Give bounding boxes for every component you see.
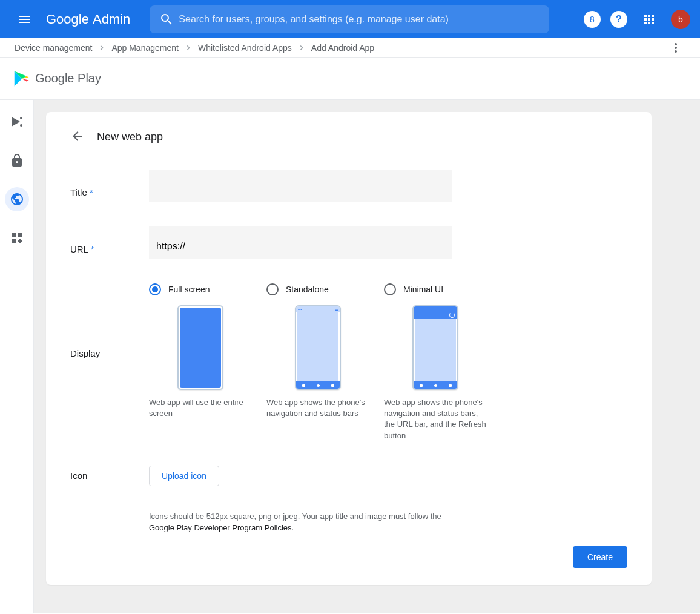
icon-help-text: Icons should be 512px square, png or jpe… [149,510,464,534]
display-option-minimal[interactable]: Minimal UI Web app shows the phone's nav… [384,283,487,441]
desc-standalone: Web app shows the phone's navigation and… [266,397,369,419]
desc-fullscreen: Web app will use the entire screen [149,397,252,419]
search-box[interactable] [150,5,549,33]
user-avatar[interactable]: b [671,10,690,29]
admin-logo[interactable]: Google Admin [46,12,130,27]
play-triangle-icon [12,69,30,88]
chevron-right-icon [183,43,193,53]
url-label: URL * [70,244,149,259]
display-option-standalone[interactable]: Standalone Web app shows the phone's nav… [266,283,369,441]
create-button[interactable]: Create [573,546,627,568]
phone-preview-minimal [412,305,458,390]
logo-admin-text: Admin [93,12,130,27]
play-store-icon [10,114,24,129]
sidebar-item-webapps[interactable] [5,187,29,211]
more-vert-icon [669,41,683,55]
sidebar-item-organize[interactable] [5,226,29,250]
sidebar-item-play[interactable] [5,110,29,134]
lock-icon [10,153,24,168]
new-webapp-card: New web app Title * URL * [46,112,652,585]
phone-preview-fullscreen [177,305,223,390]
hamburger-icon [17,12,31,27]
url-input[interactable] [149,226,452,259]
radio-minimal[interactable] [384,283,396,295]
chevron-right-icon [297,43,306,53]
breadcrumb-item-0[interactable]: Device management [15,43,92,53]
breadcrumb-item-3[interactable]: Add Android App [311,43,374,53]
help-button[interactable]: ? [610,11,627,28]
logo-google-text: Google [46,12,89,27]
more-options-button[interactable] [664,36,688,60]
page-title: New web app [97,131,163,144]
phone-preview-standalone [295,305,341,390]
help-icon: ? [616,14,622,25]
globe-icon [10,192,24,206]
badge-text: 8 [590,15,595,24]
required-indicator: * [90,187,93,197]
policies-link[interactable]: Google Play Developer Program Policies [149,523,292,532]
left-sidebar [0,100,34,613]
menu-button[interactable] [10,5,39,34]
arrow-left-icon [70,129,85,144]
radio-standalone[interactable] [266,283,279,295]
account-badge-button[interactable]: 8 [584,11,601,28]
title-label: Title * [70,187,149,202]
search-input[interactable] [179,14,544,25]
radio-fullscreen[interactable] [149,283,161,295]
svg-point-1 [20,124,22,127]
back-button[interactable] [70,129,85,145]
desc-minimal: Web app shows the phone's navigation and… [384,397,487,441]
radio-label-minimal: Minimal UI [403,285,443,294]
breadcrumb-item-1[interactable]: App Management [111,43,179,53]
upload-icon-button[interactable]: Upload icon [149,466,219,486]
display-label: Display [70,348,149,358]
widgets-icon [10,231,24,245]
breadcrumb-item-2[interactable]: Whitelisted Android Apps [198,43,292,53]
radio-label-standalone: Standalone [286,285,329,294]
required-indicator: * [91,244,94,254]
apps-grid-icon [642,12,656,27]
apps-button[interactable] [637,7,661,31]
breadcrumb: Device management App Management Whiteli… [15,43,374,53]
avatar-initial: b [678,15,683,24]
search-icon [159,12,174,27]
title-input[interactable] [149,170,452,202]
radio-label-fullscreen: Full screen [168,285,210,294]
svg-point-0 [20,117,22,119]
play-logo-text: Google Play [35,71,101,85]
display-option-fullscreen[interactable]: Full screen Web app will use the entire … [149,283,252,441]
google-play-logo[interactable]: Google Play [12,69,101,88]
chevron-right-icon [97,43,107,53]
icon-label: Icon [70,466,149,481]
sidebar-item-private[interactable] [5,148,29,173]
